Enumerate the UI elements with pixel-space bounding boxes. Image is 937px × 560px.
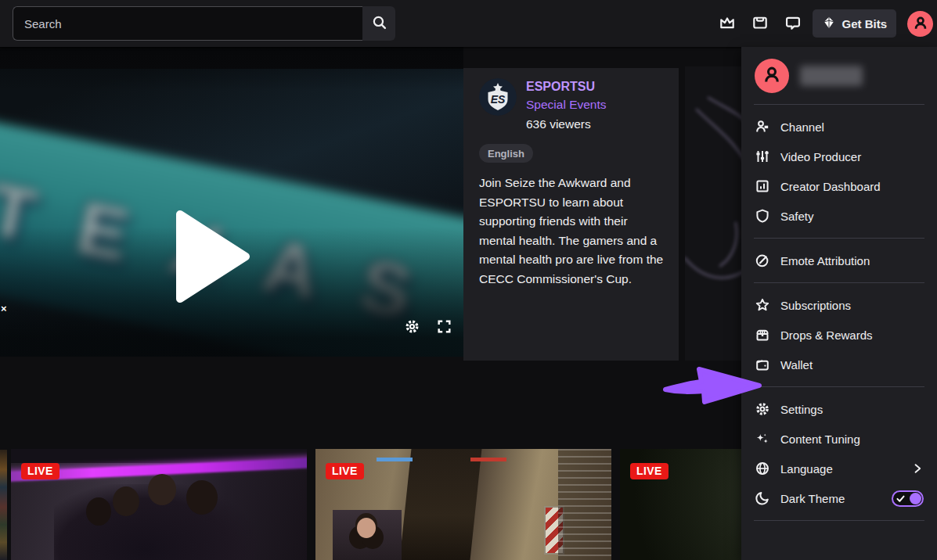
whispers-button[interactable] [780,10,806,37]
hud-health-bar-red [470,458,506,461]
stream-description: Join Seize the Awkward and ESPORTSU to l… [479,174,667,289]
toggle-knob [910,493,921,504]
fullscreen-icon[interactable] [436,318,452,338]
partial-thumbnail-edge [0,450,7,560]
menu-item-channel[interactable]: Channel [741,112,937,142]
menu-item-creator-dashboard[interactable]: Creator Dashboard [741,171,937,201]
svg-text:ES: ES [491,93,506,106]
menu-item-subscriptions[interactable]: Subscriptions [741,290,937,320]
emote-pen-icon [755,253,770,268]
search-input[interactable] [13,6,362,41]
player-controls [404,318,452,338]
user-dropdown-menu: Channel Video Producer Creator Dashboard… [741,47,937,560]
live-badge: LIVE [630,463,669,479]
globe-icon [755,461,770,476]
bits-gem-icon [822,16,836,32]
get-bits-button[interactable]: Get Bits [813,9,896,38]
hud-health-bar-blue [377,458,413,461]
user-avatar-icon [912,14,929,34]
menu-item-video-producer[interactable]: Video Producer [741,142,937,171]
crown-icon [719,14,736,34]
user-badge-icon [755,119,770,135]
search-button[interactable] [362,6,395,41]
viewer-count: 636 viewers [526,114,607,134]
game-wall-art [400,449,482,560]
dark-theme-toggle[interactable] [892,490,924,507]
streamer-face-art [357,518,376,538]
menu-divider [754,520,924,521]
live-thumbnail-esports-stage[interactable]: LIVE [11,449,307,560]
live-badge: LIVE [21,463,59,479]
inbox-icon [751,14,769,34]
user-avatar-icon [761,63,783,88]
featured-stream-player[interactable]: TEXAS × [0,47,463,357]
menu-item-content-tuning[interactable]: Content Tuning [741,424,937,454]
menu-item-drops-rewards[interactable]: Drops & Rewards [741,320,937,350]
shield-icon [755,208,770,224]
profile-avatar-button[interactable] [907,11,933,37]
menu-item-settings[interactable]: Settings [741,394,937,424]
player-close-icon[interactable]: × [1,303,7,314]
menu-item-safety[interactable]: Safety [741,201,937,231]
menu-avatar[interactable] [755,59,789,93]
sliders-icon [755,149,770,164]
menu-item-dark-theme[interactable]: Dark Theme [741,483,937,513]
live-badge: LIVE [326,463,364,479]
stream-info-card: ES ESPORTSU Special Events 636 viewers E… [463,68,679,361]
player-gradient-shade [0,47,463,357]
blurred-username [800,66,863,86]
next-carousel-thumbnail[interactable] [685,66,741,361]
top-nav-bar: Get Bits [0,0,937,47]
language-tag[interactable]: English [479,144,533,163]
menu-item-language[interactable]: Language [741,454,937,483]
chevron-right-icon [911,462,924,475]
get-bits-label: Get Bits [841,17,887,31]
treasure-chest-icon [755,327,770,343]
whispers-icon [784,14,802,34]
user-menu-header [741,47,937,104]
menu-item-emote-attribution[interactable]: Emote Attribution [741,246,937,275]
category-link[interactable]: Special Events [526,95,607,114]
search-icon [371,14,387,33]
star-icon [755,297,770,313]
dashboard-chart-icon [755,178,770,194]
topbar-actions: Get Bits [714,0,933,47]
activity-crown-button[interactable] [714,10,741,37]
search-bar [13,6,395,41]
channel-name-link[interactable]: ESPORTSU [526,78,607,95]
settings-gear-icon[interactable] [404,318,420,338]
menu-item-wallet[interactable]: Wallet [741,350,937,379]
chat-overlay-art [558,449,611,560]
twitch-home-screen: Get Bits TEXAS × [0,0,937,560]
play-button[interactable] [175,210,250,307]
inbox-button[interactable] [747,10,773,37]
esportsu-logo[interactable]: ES [479,78,517,116]
facecam-box [333,510,402,560]
check-icon [896,494,906,504]
moon-icon [755,490,770,506]
annotation-arrow [661,361,766,408]
sparkles-icon [755,431,770,447]
live-thumbnail-fps-game[interactable]: LIVE [315,449,611,560]
